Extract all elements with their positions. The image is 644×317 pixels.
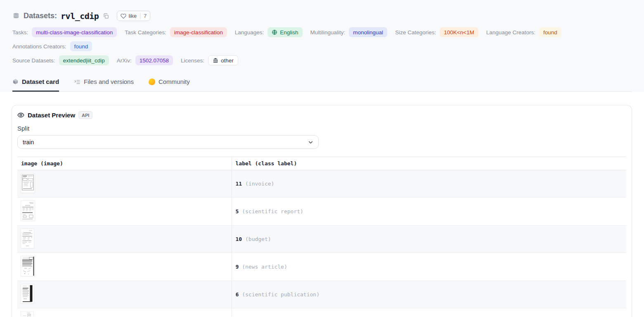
tag-pill-multi-class-image-classification[interactable]: multi-class-image-classification xyxy=(32,27,117,37)
label-class-name: (budget) xyxy=(242,236,271,242)
main-content: Dataset Preview API Split train image (i… xyxy=(0,92,644,317)
tag-pill-text: monolingual xyxy=(353,29,383,36)
label-cell: 6 (scientific publication) xyxy=(232,281,626,308)
image-cell xyxy=(17,253,232,281)
table-header-row: image (image) label (class label) xyxy=(17,157,626,170)
image-cell xyxy=(17,281,232,308)
tab-dataset-card[interactable]: Dataset card xyxy=(12,78,59,92)
tag-pill-image-classification[interactable]: image-classification xyxy=(170,27,227,37)
document-thumbnail xyxy=(21,312,33,317)
tag-pill-100k-n-1m[interactable]: 100K<n<1M xyxy=(440,27,478,37)
tag-item: Source Datasets:extended|iit_cdip xyxy=(12,55,109,65)
tag-category-label: Annotations Creators: xyxy=(12,43,66,50)
dataset-cube-icon xyxy=(12,79,19,85)
table-row: 5 (scientific report) xyxy=(17,198,626,226)
tag-pill-other[interactable]: other xyxy=(208,55,238,65)
image-cell xyxy=(17,226,232,253)
column-header-image: image (image) xyxy=(17,157,232,170)
tab-community[interactable]: Community xyxy=(149,78,190,92)
split-label: Split xyxy=(17,125,626,132)
tag-pill-1502-07058[interactable]: 1502.07058 xyxy=(135,55,173,65)
title-row: Datasets: rvl_cdip like 7 xyxy=(12,11,632,21)
split-select[interactable]: train xyxy=(17,135,319,149)
preview-header: Dataset Preview API xyxy=(17,111,626,119)
tag-item: Annotations Creators:found xyxy=(12,41,92,51)
globe-icon xyxy=(272,29,277,35)
column-header-label: label (class label) xyxy=(232,157,626,170)
heart-icon xyxy=(121,13,126,19)
tag-pill-found[interactable]: found xyxy=(70,41,92,51)
tag-pill-found[interactable]: found xyxy=(539,27,561,37)
like-label: like xyxy=(128,13,137,19)
document-thumbnail xyxy=(21,201,35,221)
tab-bar: Dataset cardFiles and versionsCommunity xyxy=(12,78,632,92)
tag-item: Multilinguality:monolingual xyxy=(310,27,388,37)
tag-category-label: Language Creators: xyxy=(486,29,535,36)
tab-label: Community xyxy=(159,78,190,85)
copy-icon[interactable] xyxy=(103,13,109,19)
page-header: Datasets: rvl_cdip like 7 Tasks:multi-cl… xyxy=(0,0,644,92)
tag-category-label: Size Categories: xyxy=(395,29,436,36)
table-row: 6 (scientific publication) xyxy=(17,281,626,308)
label-cell: 11 (invoice) xyxy=(232,170,626,198)
table-row: 10 (budget) xyxy=(17,226,626,253)
table-row: 11 (invoice) xyxy=(17,170,626,198)
preview-card-padding: Dataset Preview API Split train image (i… xyxy=(12,105,632,317)
tag-pill-monolingual[interactable]: monolingual xyxy=(349,27,387,37)
label-class-name: (invoice) xyxy=(242,181,274,187)
label-class-name: (news article) xyxy=(239,264,287,270)
community-icon xyxy=(149,79,155,85)
tag-item: Tasks:multi-class-image-classification xyxy=(12,27,117,37)
image-cell xyxy=(17,198,232,226)
tag-item: Licenses:other xyxy=(181,55,238,65)
tag-category-label: Task Categories: xyxy=(125,29,166,36)
tag-pill-text: found xyxy=(74,43,88,50)
license-icon xyxy=(213,57,218,63)
label-cell: 10 (budget) xyxy=(232,226,626,253)
database-icon xyxy=(12,12,20,20)
label-cell: 9 (news article) xyxy=(232,253,626,281)
label-class-name: (scientific report) xyxy=(239,208,303,215)
image-cell xyxy=(17,308,232,317)
table-row xyxy=(17,308,626,317)
preview-title: Dataset Preview xyxy=(28,112,75,119)
label-cell xyxy=(232,308,626,317)
chevron-down-icon xyxy=(308,139,314,147)
tab-files-and-versions[interactable]: Files and versions xyxy=(74,78,134,92)
tag-item: Languages:English xyxy=(235,27,303,37)
preview-table-scroll-area[interactable]: image (image) label (class label) 11 (in… xyxy=(17,157,626,317)
image-cell xyxy=(17,170,232,198)
dataset-name: rvl_cdip xyxy=(61,11,99,21)
tag-row: Source Datasets:extended|iit_cdipArXiv:1… xyxy=(12,55,632,65)
tag-category-label: Source Datasets: xyxy=(12,57,55,64)
tag-category-label: Languages: xyxy=(235,29,264,36)
document-thumbnail xyxy=(21,174,35,193)
tag-pill-english[interactable]: English xyxy=(268,27,302,37)
table-row: 9 (news article) xyxy=(17,253,626,281)
tab-label: Dataset card xyxy=(22,78,59,85)
document-thumbnail xyxy=(21,256,35,276)
preview-table: image (image) label (class label) 11 (in… xyxy=(17,157,626,317)
like-button[interactable]: like 7 xyxy=(117,11,150,21)
breadcrumb-datasets-label[interactable]: Datasets: xyxy=(24,12,57,20)
tag-pill-extended-iit-cdip[interactable]: extended|iit_cdip xyxy=(59,55,109,65)
eye-icon xyxy=(17,112,24,119)
dataset-preview-card: Dataset Preview API Split train image (i… xyxy=(12,105,632,317)
tag-rows: Tasks:multi-class-image-classificationTa… xyxy=(12,27,632,65)
tag-pill-text: 100K<n<1M xyxy=(444,29,474,36)
label-value: 11 xyxy=(236,181,242,187)
tag-pill-text: multi-class-image-classification xyxy=(36,29,113,36)
label-cell: 5 (scientific report) xyxy=(232,198,626,226)
document-thumbnail xyxy=(21,284,34,303)
tag-pill-text: extended|iit_cdip xyxy=(63,57,105,64)
tag-pill-text: 1502.07058 xyxy=(140,57,169,64)
tag-row: Tasks:multi-class-image-classificationTa… xyxy=(12,27,632,51)
tag-category-label: ArXiv: xyxy=(117,57,132,64)
tag-category-label: Multilinguality: xyxy=(310,29,346,36)
tag-item: Size Categories:100K<n<1M xyxy=(395,27,478,37)
like-count[interactable]: 7 xyxy=(140,13,147,19)
tag-category-label: Tasks: xyxy=(12,29,28,36)
api-badge[interactable]: API xyxy=(78,111,92,119)
tag-item: Language Creators:found xyxy=(486,27,561,37)
files-list-icon xyxy=(74,79,80,85)
